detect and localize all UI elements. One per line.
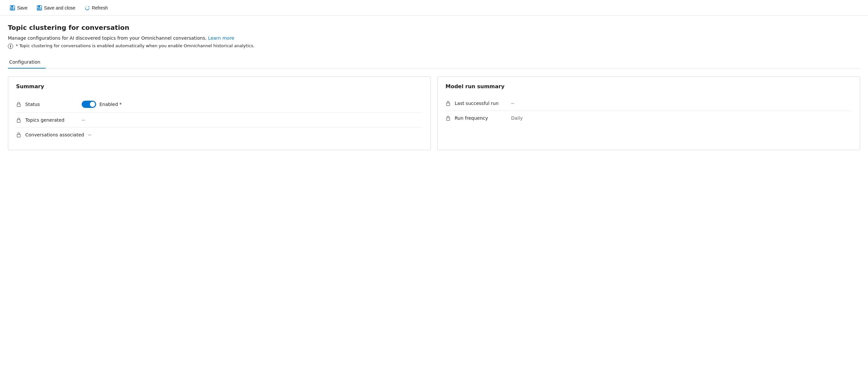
summary-card: Summary Status Enabled *	[8, 77, 431, 150]
conversations-lock-icon	[16, 132, 21, 138]
status-toggle[interactable]	[82, 101, 96, 108]
summary-card-title: Summary	[16, 83, 423, 90]
refresh-icon	[85, 5, 90, 10]
last-run-value: --	[511, 101, 515, 106]
topics-generated-label: Topics generated	[25, 117, 78, 123]
svg-rect-7	[38, 8, 40, 9]
toggle-thumb	[90, 102, 95, 107]
info-icon: i	[8, 43, 13, 49]
info-note: i * Topic clustering for conversations i…	[8, 43, 860, 49]
main-content: Topic clustering for conversation Manage…	[0, 16, 868, 158]
topics-lock-icon	[16, 117, 21, 123]
svg-rect-1	[11, 6, 13, 7]
note-text: * Topic clustering for conversations is …	[16, 43, 254, 48]
status-toggle-container: Enabled *	[82, 101, 122, 108]
refresh-label: Refresh	[92, 5, 108, 10]
model-run-summary-card: Model run summary Last successful run --	[437, 77, 860, 150]
toolbar: Save Save and close Refresh	[0, 0, 868, 16]
save-and-close-icon	[37, 5, 42, 10]
run-frequency-label: Run frequency	[455, 116, 507, 121]
cards-row: Summary Status Enabled *	[8, 77, 860, 150]
conversations-associated-label: Conversations associated	[25, 132, 84, 138]
page-description-text: Manage configurations for AI discovered …	[8, 35, 207, 41]
run-frequency-value: Daily	[511, 116, 523, 121]
save-button[interactable]: Save	[6, 3, 31, 12]
svg-rect-8	[17, 104, 20, 106]
last-run-lock-icon	[445, 101, 451, 106]
conversations-associated-field-row: Conversations associated --	[16, 128, 423, 142]
conversations-associated-value: --	[88, 132, 91, 138]
status-label: Status	[25, 102, 78, 107]
last-run-field-row: Last successful run --	[445, 96, 852, 111]
topics-generated-field-row: Topics generated --	[16, 113, 423, 128]
status-field-row: Status Enabled *	[16, 96, 423, 113]
svg-rect-11	[446, 103, 450, 105]
svg-rect-12	[446, 118, 450, 120]
svg-rect-10	[17, 134, 20, 137]
run-frequency-lock-icon	[445, 116, 451, 121]
svg-rect-3	[11, 8, 13, 9]
page-title: Topic clustering for conversation	[8, 24, 860, 31]
tab-configuration[interactable]: Configuration	[8, 57, 45, 68]
topics-generated-value: --	[82, 117, 85, 123]
tabs: Configuration	[8, 57, 860, 68]
toggle-enabled-label: Enabled *	[99, 102, 122, 107]
learn-more-link[interactable]: Learn more	[208, 35, 234, 41]
last-run-label: Last successful run	[455, 101, 507, 106]
svg-rect-5	[38, 6, 40, 7]
model-run-summary-title: Model run summary	[445, 83, 852, 90]
save-and-close-label: Save and close	[44, 5, 75, 10]
svg-rect-9	[17, 120, 20, 122]
page-description: Manage configurations for AI discovered …	[8, 35, 860, 41]
refresh-button[interactable]: Refresh	[81, 3, 111, 12]
save-label: Save	[17, 5, 28, 10]
save-and-close-button[interactable]: Save and close	[33, 3, 79, 12]
save-icon	[10, 5, 15, 10]
toggle-track	[82, 101, 96, 108]
status-lock-icon	[16, 102, 21, 107]
run-frequency-field-row: Run frequency Daily	[445, 111, 852, 125]
